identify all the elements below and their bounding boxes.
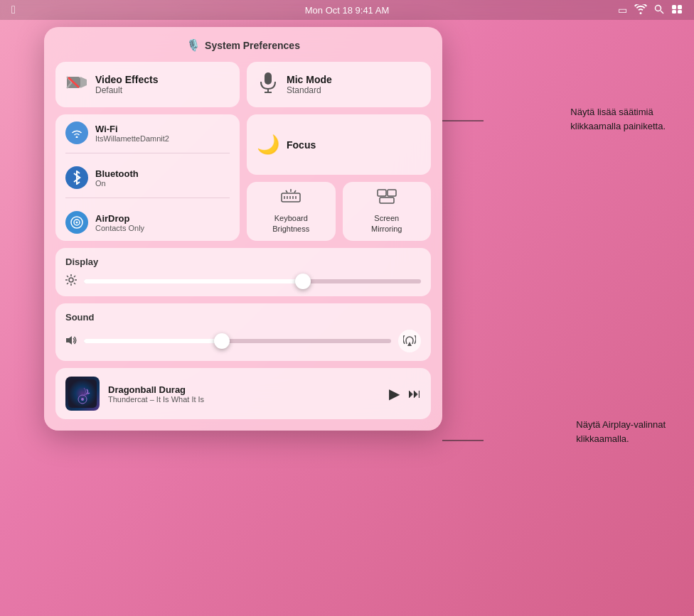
mic-mode-sublabel: Standard (287, 85, 332, 95)
screen-mirroring-icon (377, 189, 397, 209)
bluetooth-label: Bluetooth (95, 168, 139, 179)
svg-line-36 (74, 283, 75, 284)
airdrop-icon-btn (65, 211, 88, 234)
now-playing-title: Dragonball Durag (108, 384, 380, 395)
annotation-1: Näytä lisää säätimiä klikkaamalla painik… (570, 105, 666, 133)
mic-mode-icon (257, 72, 279, 97)
svg-line-38 (67, 283, 68, 284)
display-slider-row (65, 274, 421, 288)
right-col: 🌙 Focus (247, 114, 431, 241)
bluetooth-sublabel: On (95, 179, 139, 188)
video-effects-text: Video Effects Default (95, 74, 158, 95)
separator-1 (65, 153, 230, 153)
video-effects-icon (65, 75, 88, 94)
sound-slider-row (65, 330, 421, 352)
screen-mirroring-label: Screen Mirroring (371, 213, 402, 234)
top-cards-row: Video Effects Default Mic Mode Standard (55, 62, 431, 107)
wifi-icon[interactable] (634, 4, 647, 16)
control-center-panel: 🎙️ System Preferences Video Effects Defa… (44, 27, 442, 431)
svg-point-0 (656, 5, 661, 11)
search-icon[interactable] (654, 4, 664, 16)
svg-rect-2 (672, 5, 676, 9)
now-playing-text: Dragonball Durag Thundercat – It Is What… (108, 384, 380, 404)
play-button[interactable]: ▶ (389, 385, 400, 402)
svg-point-14 (76, 136, 78, 139)
airdrop-item[interactable]: AirDrop Contacts Only (65, 211, 230, 234)
video-effects-sublabel: Default (95, 85, 158, 95)
wifi-text: Wi-Fi ItsWillametteDamnit2 (95, 124, 169, 143)
bluetooth-icon-btn (65, 166, 88, 189)
svg-rect-5 (678, 10, 682, 13)
screen-mirroring-card[interactable]: Screen Mirroring (343, 182, 432, 241)
skip-button[interactable]: ⏭ (408, 387, 421, 401)
svg-point-43 (81, 398, 84, 401)
menubar-datetime: Mon Oct 18 9:41 AM (305, 5, 390, 16)
wifi-label: Wi-Fi (95, 124, 169, 134)
airdrop-label: AirDrop (95, 213, 144, 224)
svg-line-25 (286, 190, 287, 193)
panel-title-text: System Preferences (205, 40, 300, 51)
svg-marker-39 (66, 336, 72, 345)
video-effects-label: Video Effects (95, 74, 158, 85)
apple-menu[interactable]:  (11, 4, 16, 16)
svg-line-37 (74, 276, 75, 277)
bluetooth-item[interactable]: Bluetooth On (65, 166, 230, 189)
video-effects-card[interactable]: Video Effects Default (55, 62, 240, 107)
sound-slider-section: Sound (55, 303, 431, 361)
focus-icon: 🌙 (257, 134, 279, 156)
svg-point-30 (69, 278, 73, 282)
svg-rect-3 (678, 5, 682, 9)
mic-mode-label: Mic Mode (287, 74, 332, 85)
network-stack-card: Wi-Fi ItsWillametteDamnit2 Bluetooth On (55, 114, 240, 241)
svg-point-17 (76, 222, 78, 224)
small-buttons-row: Keyboard Brightness Screen Mir (247, 182, 431, 241)
svg-rect-4 (672, 10, 676, 13)
keyboard-brightness-icon (281, 189, 301, 209)
album-art (65, 377, 100, 411)
wifi-icon-btn (65, 121, 88, 144)
panel-title: 🎙️ System Preferences (55, 38, 431, 52)
keyboard-brightness-label: Keyboard Brightness (272, 213, 309, 234)
svg-line-1 (661, 11, 663, 13)
svg-rect-27 (378, 190, 386, 196)
airdrop-text: AirDrop Contacts Only (95, 213, 144, 232)
display-slider-track[interactable] (84, 279, 421, 283)
svg-line-26 (294, 190, 296, 193)
svg-line-35 (67, 276, 68, 277)
svg-marker-9 (80, 77, 87, 88)
now-playing-section: Dragonball Durag Thundercat – It Is What… (55, 368, 431, 419)
annotation-2: Näytä Airplay-valinnat klikkaamalla. (576, 418, 666, 445)
sound-section-label: Sound (65, 312, 421, 323)
bluetooth-text: Bluetooth On (95, 168, 139, 188)
menubar-right: ▭ (618, 4, 683, 16)
svg-rect-28 (388, 190, 396, 196)
panel-title-icon: 🎙️ (186, 38, 201, 52)
now-playing-artist: Thundercat – It Is What It Is (108, 395, 380, 404)
separator-2 (65, 198, 230, 198)
wifi-sublabel: ItsWillametteDamnit2 (95, 134, 169, 143)
focus-text: Focus (287, 139, 316, 151)
sound-slider-track[interactable] (84, 339, 391, 343)
menubar-left:  (11, 4, 16, 16)
mic-mode-text: Mic Mode Standard (287, 74, 332, 95)
playback-controls: ▶ ⏭ (389, 385, 421, 402)
volume-icon (65, 335, 77, 348)
controlcenter-icon[interactable] (671, 4, 683, 16)
brightness-icon (65, 274, 77, 288)
focus-label: Focus (287, 139, 316, 151)
airplay-button[interactable] (398, 330, 421, 352)
svg-marker-40 (407, 342, 412, 346)
mic-mode-card[interactable]: Mic Mode Standard (247, 62, 431, 107)
keyboard-brightness-card[interactable]: Keyboard Brightness (247, 182, 336, 241)
airdrop-sublabel: Contacts Only (95, 224, 144, 232)
focus-card[interactable]: 🌙 Focus (247, 114, 431, 175)
display-slider-section: Display (55, 248, 431, 296)
menubar:  Mon Oct 18 9:41 AM ▭ (0, 0, 694, 20)
wifi-item[interactable]: Wi-Fi ItsWillametteDamnit2 (65, 121, 230, 144)
battery-icon: ▭ (618, 4, 627, 16)
svg-rect-11 (265, 72, 272, 85)
middle-row: Wi-Fi ItsWillametteDamnit2 Bluetooth On (55, 114, 431, 241)
svg-rect-29 (380, 198, 394, 203)
display-section-label: Display (65, 256, 421, 267)
